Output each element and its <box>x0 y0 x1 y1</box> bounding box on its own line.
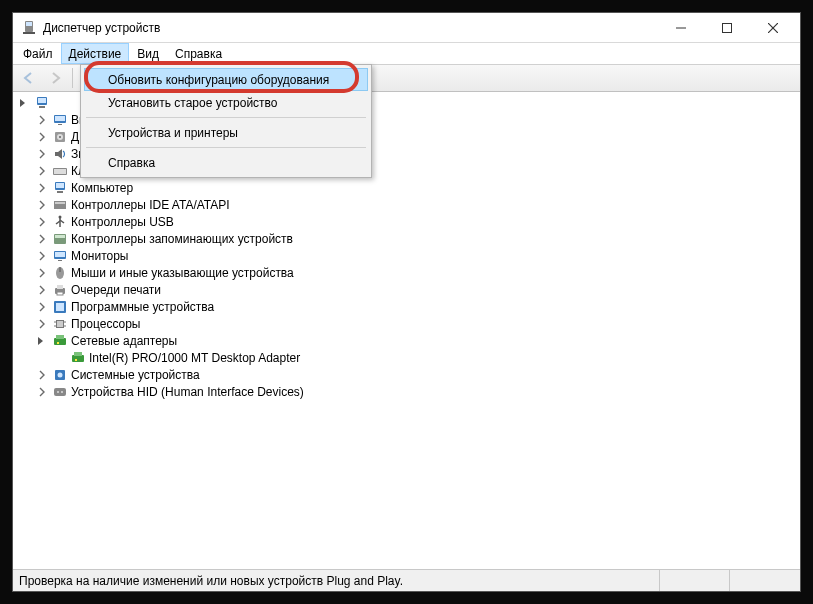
tree-category-label: Очереди печати <box>71 283 161 297</box>
display-icon <box>52 112 68 128</box>
expander-icon[interactable] <box>35 317 49 331</box>
tree-category-label: Контроллеры запоминающих устройств <box>71 232 293 246</box>
tree-category-row[interactable]: Процессоры <box>13 315 800 332</box>
svg-rect-13 <box>38 98 46 103</box>
tree-category-row[interactable]: Компьютер <box>13 179 800 196</box>
action-dropdown: Обновить конфигурацию оборудования Устан… <box>80 64 372 178</box>
svg-point-57 <box>58 372 63 377</box>
audio-icon <box>52 146 68 162</box>
svg-point-59 <box>57 391 59 393</box>
tree-category-row[interactable]: Очереди печати <box>13 281 800 298</box>
expander-icon[interactable] <box>17 96 31 110</box>
expander-icon[interactable] <box>35 232 49 246</box>
window-title: Диспетчер устройств <box>43 21 160 35</box>
expander-icon[interactable] <box>35 368 49 382</box>
tree-category-row[interactable]: Контроллеры USB <box>13 213 800 230</box>
svg-rect-52 <box>57 342 59 344</box>
tree-category-label: Процессоры <box>71 317 141 331</box>
svg-rect-22 <box>54 169 66 174</box>
minimize-button[interactable] <box>658 14 704 42</box>
tree-category-label: Контроллеры USB <box>71 215 174 229</box>
tree-category-row[interactable]: Мыши и иные указывающие устройства <box>13 264 800 281</box>
svg-rect-1 <box>26 22 32 26</box>
svg-point-20 <box>59 136 61 138</box>
expander-icon[interactable] <box>35 385 49 399</box>
tree-category-row[interactable]: Мониторы <box>13 247 800 264</box>
expander-icon[interactable] <box>35 215 49 229</box>
menu-item-help[interactable]: Справка <box>84 151 368 174</box>
menu-help[interactable]: Справка <box>167 43 230 64</box>
status-cell-3 <box>730 570 800 591</box>
tree-device-label: Intel(R) PRO/1000 MT Desktop Adapter <box>89 351 300 365</box>
tree-category-row[interactable]: Устройства HID (Human Interface Devices) <box>13 383 800 400</box>
svg-rect-54 <box>74 352 82 356</box>
menu-item-add-legacy[interactable]: Установить старое устройство <box>84 91 368 114</box>
disk-icon <box>52 129 68 145</box>
svg-rect-58 <box>54 388 66 396</box>
system-icon <box>52 367 68 383</box>
expander-icon[interactable] <box>35 130 49 144</box>
expander-icon[interactable] <box>35 113 49 127</box>
tree-category-label: Устройства HID (Human Interface Devices) <box>71 385 304 399</box>
menu-item-scan-hardware[interactable]: Обновить конфигурацию оборудования <box>84 68 368 91</box>
svg-rect-40 <box>57 285 63 289</box>
svg-rect-53 <box>72 355 84 362</box>
menu-action[interactable]: Действие <box>61 43 130 64</box>
svg-rect-17 <box>58 124 62 125</box>
tree-device-row[interactable]: Intel(R) PRO/1000 MT Desktop Adapter <box>13 349 800 366</box>
tree-category-row[interactable]: Контроллеры IDE ATA/ATAPI <box>13 196 800 213</box>
back-button[interactable] <box>17 66 41 90</box>
statusbar: Проверка на наличие изменений или новых … <box>13 569 800 591</box>
svg-point-60 <box>61 391 63 393</box>
svg-rect-27 <box>55 202 65 204</box>
svg-rect-55 <box>75 359 77 361</box>
network-icon <box>70 350 86 366</box>
menu-item-devices-printers[interactable]: Устройства и принтеры <box>84 121 368 144</box>
svg-rect-24 <box>56 183 64 188</box>
svg-rect-45 <box>57 321 63 327</box>
expander-icon[interactable] <box>35 249 49 263</box>
expander-icon[interactable] <box>35 300 49 314</box>
tree-category-row[interactable]: Контроллеры запоминающих устройств <box>13 230 800 247</box>
device-manager-window: Диспетчер устройств Файл Действие Вид Сп… <box>12 12 801 592</box>
tree-category-label: Контроллеры IDE ATA/ATAPI <box>71 198 230 212</box>
expander-icon[interactable] <box>35 334 49 348</box>
svg-rect-4 <box>723 23 732 32</box>
usb-icon <box>52 214 68 230</box>
titlebar: Диспетчер устройств <box>13 13 800 43</box>
maximize-button[interactable] <box>704 14 750 42</box>
forward-button[interactable] <box>43 66 67 90</box>
tree-category-row[interactable]: Системные устройства <box>13 366 800 383</box>
expander-icon[interactable] <box>35 198 49 212</box>
network-icon <box>52 333 68 349</box>
tree-category-label: Программные устройства <box>71 300 214 314</box>
tree-category-label: Системные устройства <box>71 368 200 382</box>
expander-icon[interactable] <box>35 164 49 178</box>
expander-icon[interactable] <box>35 181 49 195</box>
computer-icon <box>52 180 68 196</box>
menu-view[interactable]: Вид <box>129 43 167 64</box>
status-cell-2 <box>660 570 730 591</box>
printer-icon <box>52 282 68 298</box>
tree-category-label: Мониторы <box>71 249 128 263</box>
expander-icon[interactable] <box>35 266 49 280</box>
svg-rect-16 <box>55 116 65 121</box>
svg-rect-35 <box>55 252 65 257</box>
mouse-icon <box>52 265 68 281</box>
menu-file[interactable]: Файл <box>15 43 61 64</box>
app-icon <box>21 20 37 36</box>
menubar: Файл Действие Вид Справка <box>13 43 800 64</box>
computer-root-icon <box>34 95 50 111</box>
tree-category-row[interactable]: Сетевые адаптеры <box>13 332 800 349</box>
tree-category-row[interactable]: Программные устройства <box>13 298 800 315</box>
expander-icon[interactable] <box>35 283 49 297</box>
svg-rect-25 <box>57 191 63 193</box>
expander-icon[interactable] <box>35 147 49 161</box>
svg-rect-41 <box>57 292 63 295</box>
close-button[interactable] <box>750 14 796 42</box>
hid-icon <box>52 384 68 400</box>
monitor-icon <box>52 248 68 264</box>
toolbar-divider <box>72 68 73 88</box>
keyboard-icon <box>52 163 68 179</box>
svg-rect-36 <box>58 260 62 261</box>
